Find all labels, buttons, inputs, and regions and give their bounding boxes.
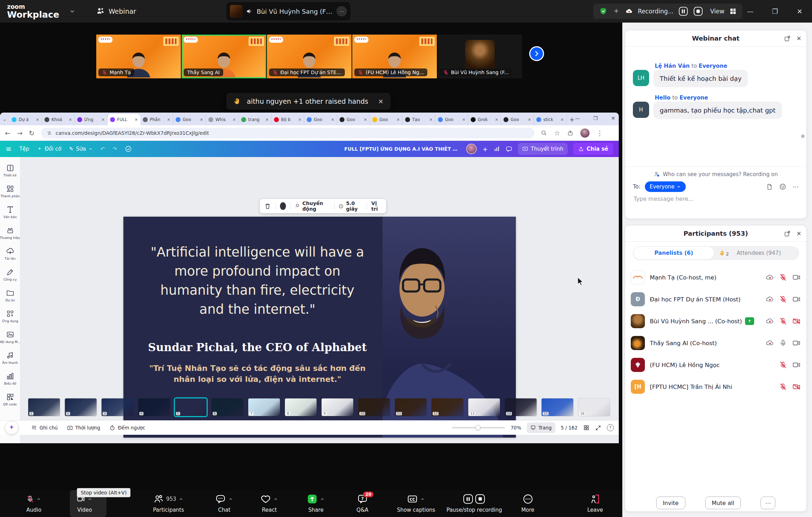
add-collaborator-icon[interactable]: + [482, 145, 488, 153]
browser-close-button[interactable]: ✕ [611, 115, 615, 121]
site-settings-icon[interactable] [47, 130, 52, 136]
chevron-up-icon[interactable] [273, 497, 279, 502]
toolbar-record-button[interactable]: Pause/stop recording [446, 492, 502, 513]
chevron-up-icon[interactable] [320, 497, 325, 502]
sidebar-item-design[interactable]: Thiết kế [0, 160, 20, 181]
countdown-button[interactable]: Đếm ngược [109, 425, 145, 431]
chevron-up-icon[interactable] [36, 497, 42, 502]
chevron-up-icon[interactable] [228, 497, 233, 502]
sidebar-item-brand[interactable]: Thương hiệu [0, 222, 20, 243]
page-thumbnail[interactable]: 10 [358, 398, 390, 416]
participant-row[interactable]: Thầy Sang AI (Co-host) [625, 333, 806, 353]
ai-companion-icon[interactable] [612, 7, 620, 15]
toolbar-react-button[interactable]: React [261, 492, 279, 513]
toolbar-chat-button[interactable]: Chat [215, 492, 233, 513]
toolbar-share-button[interactable]: Share [307, 492, 325, 513]
page-thumbnail[interactable]: 11 [395, 398, 427, 416]
tab-close-icon[interactable]: ✕ [36, 118, 39, 122]
sidebar-item-audio[interactable]: Âm thanh [0, 347, 20, 368]
pause-recording-button[interactable] [678, 6, 688, 16]
tab-close-icon[interactable]: ✕ [462, 118, 465, 122]
chat-more-icon[interactable]: ⋯ [793, 183, 799, 190]
page-thumbnail[interactable]: 4 [138, 398, 170, 416]
sidebar-item-projects[interactable]: Dự án [0, 285, 20, 306]
design-title[interactable]: FULL [FPTU] ỨNG DỤNG A.I VÀO THIẾT KẾ, T… [344, 146, 460, 152]
file-menu[interactable]: Tệp [19, 146, 29, 152]
canva-user-avatar[interactable] [466, 144, 477, 154]
browser-tab[interactable]: Goo✕ [304, 114, 337, 125]
browser-tab[interactable]: Goo✕ [435, 114, 468, 125]
browser-tab[interactable]: Dự á✕ [9, 114, 42, 125]
participants-popout-icon[interactable] [784, 230, 791, 237]
security-shield-icon[interactable] [599, 7, 608, 16]
participant-row[interactable]: [H[FPTU HCMC] Trần Thị Ái Nhi [625, 377, 806, 397]
emoji-icon[interactable] [779, 183, 786, 190]
browser-tab[interactable]: Phần✕ [140, 114, 173, 125]
tab-close-icon[interactable]: ✕ [265, 118, 269, 122]
tab-close-icon[interactable]: ✕ [528, 118, 531, 122]
video-tile[interactable]: (FU HCM) Lê Hồng Ng... [352, 35, 437, 78]
view-label[interactable]: View [710, 8, 724, 15]
restore-button[interactable]: ❐ [763, 0, 787, 23]
page-thumbnail[interactable]: 7 [248, 398, 280, 416]
slide-quote-text[interactable]: "Artificial intelligence will have amore… [138, 243, 377, 319]
page-thumbnail[interactable]: 3 [102, 398, 133, 416]
present-button[interactable]: Thuyết trình [518, 143, 568, 155]
magic-assistant-button[interactable] [5, 421, 18, 434]
notification-close-icon[interactable]: ✕ [378, 98, 383, 105]
browser-tab[interactable]: Tạo✕ [403, 114, 435, 125]
back-icon[interactable]: ← [5, 129, 11, 137]
recipient-selector[interactable]: Everyone [645, 181, 686, 192]
browser-tab[interactable]: Grok✕ [468, 114, 501, 125]
tab-close-icon[interactable]: ✕ [331, 118, 334, 122]
participant-row[interactable]: Bùi Vũ Huỳnh Sang ... (Co-host) [625, 311, 806, 331]
tab-close-icon[interactable]: ✕ [561, 118, 564, 122]
slide-attribution-text[interactable]: Sundar Pichai, the CEO of Alphabet [138, 341, 377, 354]
tab-close-icon[interactable]: ✕ [495, 118, 498, 122]
meeting-tab[interactable]: Bùi Vũ Huỳnh Sang (FPTU)'s s ⋯ [226, 2, 350, 20]
browser-profile-avatar[interactable] [580, 128, 590, 138]
browser-tab[interactable]: Whis✕ [206, 114, 239, 125]
toolbar-leave-button[interactable]: Leave [587, 492, 603, 513]
meeting-tab-menu[interactable]: ⋯ [336, 6, 347, 17]
forward-icon[interactable]: → [17, 129, 23, 137]
browser-tab[interactable]: Bộ b✕ [271, 114, 304, 125]
invite-button[interactable]: Invite [656, 497, 685, 509]
page-thumbnail[interactable]: 8 [285, 398, 317, 416]
url-field[interactable]: canva.com/design/DAGfEASYl28/cZr-WbkX7dR… [41, 128, 535, 138]
attach-file-icon[interactable] [766, 184, 773, 190]
chevron-up-icon[interactable] [178, 497, 184, 502]
browser-tab[interactable]: Goo✕ [173, 114, 206, 125]
toolbar-audio-button[interactable]: Audio [26, 492, 42, 513]
tab-panelists[interactable]: Panelists (6) [634, 247, 714, 259]
color-swatch[interactable] [280, 202, 286, 210]
page-thumbnail[interactable]: 12 [432, 398, 463, 416]
browser-minimize-button[interactable]: — [575, 115, 580, 121]
toolbar-qa-button[interactable]: ?20Q&A [356, 492, 368, 513]
browser-menu-icon[interactable]: ⋮ [597, 129, 603, 137]
page-thumbnail[interactable]: 14 [505, 398, 537, 416]
tab-close-icon[interactable]: ✕ [167, 118, 170, 122]
toolbar-more-button[interactable]: More [521, 492, 534, 513]
participant-row[interactable]: (FU HCM) Lê Hồng Ngọc [625, 355, 806, 375]
sidebar-item-tools[interactable]: Công cụ [0, 264, 20, 285]
redo-icon[interactable]: ↷ [112, 146, 117, 152]
browser-tab[interactable]: Khoá✕ [42, 114, 75, 125]
browser-tab[interactable]: Ứng✕ [75, 114, 108, 125]
share-design-button[interactable]: Chia sẻ [573, 143, 613, 155]
close-button[interactable]: ✕ [787, 0, 812, 23]
tab-close-icon[interactable]: ✕ [429, 118, 433, 122]
tab-close-icon[interactable]: ✕ [69, 118, 72, 122]
toolbar-participants-button[interactable]: 953Participants [153, 492, 184, 513]
participant-row[interactable]: ĐĐại học FPT Dự án STEM (Host) [625, 289, 806, 309]
chat-close-icon[interactable]: ✕ [796, 35, 801, 42]
page-thumbnail[interactable]: 9 [322, 398, 353, 416]
help-icon[interactable]: ? [607, 424, 614, 431]
edit-menu[interactable]: ✎ Sửa [69, 146, 93, 152]
zoom-slider-knob[interactable] [475, 425, 481, 430]
duration-button[interactable]: 5.0 giây [338, 200, 362, 212]
popout-icon[interactable] [784, 35, 791, 42]
duration-status-button[interactable]: Thời lượng [67, 425, 100, 431]
participants-close-icon[interactable]: ✕ [796, 230, 801, 237]
toolbar-captions-button[interactable]: CCShow captions [397, 492, 435, 513]
